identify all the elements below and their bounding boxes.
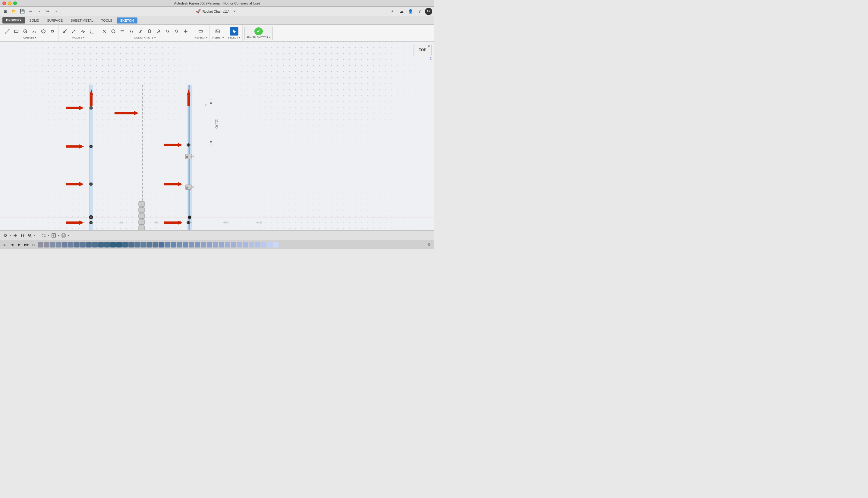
minimize-window-button[interactable] (8, 1, 11, 5)
rectangle-tool-button[interactable] (12, 27, 21, 36)
grid-dropdown[interactable]: ▾ (58, 234, 59, 237)
timeline-item[interactable] (92, 242, 98, 248)
app-menu-button[interactable]: ⊞ (2, 8, 9, 15)
timeline-item[interactable] (128, 242, 134, 248)
timeline-item[interactable] (219, 242, 224, 248)
data-panel-button[interactable]: 📂 (10, 8, 17, 15)
save-button[interactable]: 💾 (19, 8, 26, 15)
close-corner-view-button[interactable]: ✕ (428, 45, 430, 48)
timeline-item[interactable] (104, 242, 110, 248)
close-window-button[interactable] (2, 1, 6, 5)
display-dropdown[interactable]: ▾ (48, 234, 49, 237)
play-back-button[interactable]: ◀ (9, 242, 15, 248)
timeline-item[interactable] (177, 242, 182, 248)
cloud-sync-icon[interactable]: ☁ (398, 8, 405, 15)
timeline-item[interactable] (243, 242, 248, 248)
timeline-item[interactable] (135, 242, 140, 248)
select-label[interactable]: SELECT ▾ (228, 36, 241, 39)
timeline-item[interactable] (273, 242, 279, 248)
smooth-constraint-button[interactable] (163, 27, 172, 36)
undo-button[interactable]: ↩ (27, 8, 34, 15)
timeline-item[interactable] (201, 242, 206, 248)
timeline-item[interactable] (231, 242, 236, 248)
finish-sketch-button[interactable]: ✓ FINISH SKETCH ▾ (244, 26, 273, 40)
timeline-item[interactable] (146, 242, 152, 248)
new-tab-button[interactable]: + (389, 8, 396, 15)
tab-sheet-metal[interactable]: SHEET METAL (67, 17, 97, 24)
inspect-label[interactable]: INSPECT ▾ (194, 36, 208, 39)
timeline-item[interactable] (62, 242, 67, 248)
constraints-label[interactable]: CONSTRAINTS ▾ (134, 36, 156, 39)
play-end-button[interactable]: ⏭ (31, 242, 37, 248)
timeline-item[interactable] (189, 242, 194, 248)
timeline-item[interactable] (140, 242, 146, 248)
timeline-item[interactable] (170, 242, 176, 248)
timeline-item[interactable] (255, 242, 260, 248)
arc-tool-button[interactable] (30, 27, 39, 36)
redo-button[interactable]: ↪ (44, 8, 51, 15)
line-tool-button[interactable] (3, 27, 11, 36)
play-start-button[interactable]: ⏮ (2, 242, 8, 248)
user-avatar[interactable]: AE (425, 8, 432, 15)
timeline-item[interactable] (123, 242, 128, 248)
tab-tools[interactable]: TOOLS (98, 17, 116, 24)
tab-surface[interactable]: SURFACE (43, 17, 66, 24)
play-forward-button[interactable]: ▶▶ (24, 242, 29, 248)
extend-tool-button[interactable] (69, 27, 78, 36)
timeline-item[interactable] (50, 242, 55, 248)
circle-tool-button[interactable] (21, 27, 29, 36)
help-button[interactable]: ? (416, 8, 423, 15)
visual-style-button[interactable] (61, 233, 67, 238)
insert-image-button[interactable] (213, 27, 222, 36)
equal-constraint-button[interactable] (118, 27, 127, 36)
create-label[interactable]: CREATE ▾ (23, 36, 36, 39)
modify-label[interactable]: MODIFY ▾ (72, 36, 85, 39)
timeline-item[interactable] (225, 242, 230, 248)
timeline-item[interactable] (98, 242, 104, 248)
display-mode-button[interactable] (41, 233, 47, 238)
timeline-item[interactable] (110, 242, 116, 248)
measure-button[interactable] (196, 27, 205, 36)
insert-label[interactable]: INSERT ▾ (212, 36, 224, 39)
profile-button[interactable]: 👤 (407, 8, 414, 15)
horizontal-vertical-constraint-button[interactable] (181, 27, 190, 36)
timeline-item[interactable] (195, 242, 200, 248)
play-button[interactable]: ▶ (16, 242, 22, 248)
perpendicular-constraint-button[interactable] (136, 27, 145, 36)
snap-button[interactable] (2, 233, 9, 238)
timeline-item[interactable] (38, 242, 43, 248)
timeline-item[interactable] (261, 242, 266, 248)
canvas[interactable]: -125 -250 -375 -500 -6.25 Z (0, 41, 434, 230)
timeline-item[interactable] (237, 242, 242, 248)
snap-dropdown[interactable]: ▾ (10, 234, 11, 237)
tab-sketch[interactable]: SKETCH (117, 17, 138, 24)
coincident-constraint-button[interactable] (100, 27, 108, 36)
timeline-item[interactable] (116, 242, 122, 248)
grid-button[interactable] (51, 233, 57, 238)
visual-style-dropdown[interactable]: ▾ (68, 234, 69, 237)
break-tool-button[interactable] (79, 27, 87, 36)
timeline-item[interactable] (80, 242, 86, 248)
timeline-item[interactable] (56, 242, 62, 248)
timeline-item[interactable] (267, 242, 272, 248)
zoom-button[interactable] (27, 233, 33, 238)
polygon-tool-button[interactable] (39, 27, 48, 36)
timeline-item[interactable] (213, 242, 218, 248)
parallel-constraint-button[interactable] (127, 27, 136, 36)
slot-tool-button[interactable] (48, 27, 57, 36)
collinear-constraint-button[interactable] (109, 27, 117, 36)
timeline-item[interactable] (158, 242, 164, 248)
trim-tool-button[interactable]: ✂ (61, 27, 69, 36)
orbit-button[interactable] (20, 233, 26, 238)
timeline-item[interactable] (44, 242, 49, 248)
timeline-item[interactable] (86, 242, 92, 248)
tab-solid[interactable]: SOLID (26, 17, 43, 24)
timeline-item[interactable] (153, 242, 158, 248)
zoom-dropdown[interactable]: ▾ (34, 234, 36, 237)
timeline-item[interactable] (68, 242, 74, 248)
timeline-item[interactable] (249, 242, 254, 248)
fix-constraint-button[interactable] (145, 27, 154, 36)
timeline-item[interactable] (183, 242, 188, 248)
timeline-item[interactable] (207, 242, 212, 248)
maximize-window-button[interactable] (13, 1, 17, 5)
